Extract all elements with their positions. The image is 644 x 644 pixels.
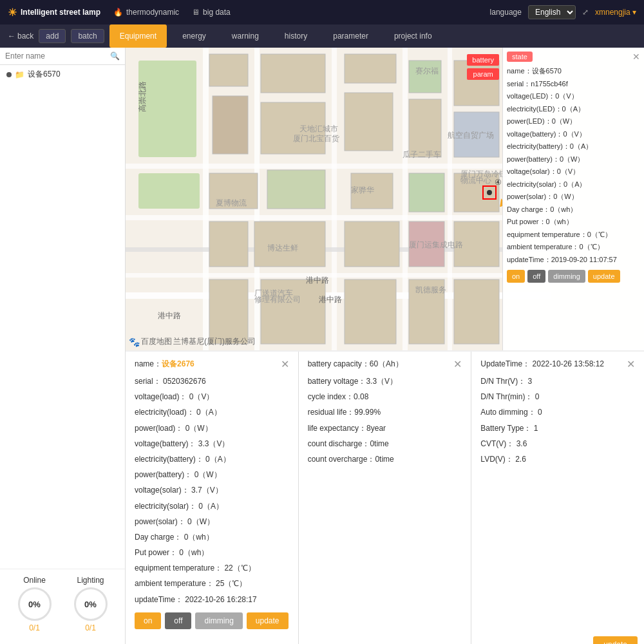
svg-text:港中路: 港中路 [158,311,181,320]
p1-put-power: Put power： 0（wh） [135,547,289,559]
bottom-panels: name：设备2676 ✕ serial： 0520362676 voltage… [126,350,644,644]
svg-point-63 [487,190,492,195]
p1-power-load: power(load)： 0（W） [135,422,289,435]
p1-on-button[interactable]: on [135,612,161,629]
state-update-button[interactable]: update [588,270,620,283]
p1-voltage-solar: voltage(solar)： 3.7（V） [135,484,289,497]
p1-electricity-battery: electricity(battery)： 0（A） [135,453,289,466]
state-button[interactable]: state [507,52,533,62]
p2-life-expectancy: life expectancy：8year [308,422,462,435]
svg-rect-14 [213,96,248,154]
state-serial: serial：n1755cb46f [507,79,640,90]
stats-row: Online 0% 0/1 Lighting 0% 0/1 [6,576,118,632]
state-on-button[interactable]: on [507,270,525,283]
baidu-icon: 🐾 [129,337,140,347]
back-button[interactable]: ← back [8,32,33,41]
panel1-buttons: on off dimming update [135,612,289,629]
state-dimming-button[interactable]: dimming [548,270,585,283]
svg-rect-3 [203,48,209,350]
svg-rect-12 [261,54,325,93]
tab-warning[interactable]: warning [222,24,269,48]
provider-text: 兰博基尼(厦门)服务公司 [173,336,256,347]
state-voltage-led: voltage(LED)：0（V） [507,91,640,102]
state-panel-buttons: on off dimming update [507,270,640,283]
svg-text:高崇北路: 高崇北路 [138,81,147,112]
state-off-button[interactable]: off [527,270,545,283]
tab-equipment[interactable]: Equipment [109,24,167,48]
p1-serial: serial： 0520362676 [135,375,289,388]
expand-icon[interactable]: ⤢ [582,8,589,17]
panel1-top: name：设备2676 ✕ [135,358,289,370]
thermodynamic-nav[interactable]: 🔥 thermodynamic [113,8,179,17]
p2-battery-voltage: battery voltage：3.3（V） [308,375,462,388]
svg-rect-17 [345,93,393,151]
search-icon[interactable]: 🔍 [110,52,120,61]
svg-text:物流中心: 物流中心 [460,176,491,185]
p3-update-button[interactable]: update [593,636,638,644]
p1-voltage-load: voltage(load)： 0（V） [135,391,289,403]
bigdata-nav[interactable]: 🖥 big data [192,8,231,17]
panel3-close[interactable]: ✕ [627,358,635,370]
p1-off-button[interactable]: off [165,612,191,629]
panel1-name-label: name： [135,359,162,368]
tab-parameter[interactable]: parameter [323,24,379,48]
svg-rect-8 [126,164,551,169]
battery-tag-button[interactable]: battery [467,54,499,66]
state-voltage-solar: voltage(solar)：0（V） [507,166,640,177]
svg-rect-24 [209,222,248,267]
user-menu[interactable]: xmnengjia ▾ [595,8,636,17]
tree-item-device[interactable]: 📁 设备6570 [0,65,125,84]
svg-rect-35 [454,279,499,344]
panel2-close[interactable]: ✕ [453,358,462,370]
top-nav-right: language English ⤢ xmnengjia ▾ [490,5,636,19]
svg-rect-13 [345,54,396,83]
p1-dimming-button[interactable]: dimming [195,612,242,629]
lighting-count: 0/1 [74,623,108,632]
p1-update-time: updateTime： 2022-10-26 16:28:17 [135,594,289,606]
batch-button[interactable]: batch [71,29,104,43]
p1-update-button[interactable]: update [247,612,289,629]
search-input[interactable] [5,52,108,61]
brand-name: Intelligent street lamp [21,8,100,17]
svg-text:凯德服务: 凯德服务 [415,285,446,294]
panel2-top: battery capacity：60（Ah） ✕ [308,358,462,370]
svg-text:航空自贸广场: 航空自贸广场 [448,131,494,140]
language-label: language [490,8,522,17]
device-info-panel: name：设备2676 ✕ serial： 0520362676 voltage… [126,352,299,644]
p3-dn-thr-min: D/N Thr(min)： 0 [480,391,635,403]
add-button[interactable]: add [39,29,66,43]
svg-text:修理有限公司: 修理有限公司 [254,295,301,304]
p3-auto-dimming: Auto dimming： 0 [480,406,635,419]
thermodynamic-label: thermodynamic [126,8,179,17]
state-panel-close[interactable]: ✕ [632,52,640,62]
p1-power-battery: power(battery)： 0（W） [135,469,289,481]
language-select[interactable]: English [528,5,576,19]
tab-energy[interactable]: energy [172,24,216,48]
svg-rect-18 [409,61,441,93]
map-background[interactable]: 港中路 港中路 港中路 高崇北路 航空自贸广场 家骅华 天地汇城市 厦门北宝百货… [126,48,644,350]
state-power-solar: power(solar)：0（W） [507,191,640,202]
panel1-close[interactable]: ✕ [281,358,289,370]
flame-icon: 🔥 [113,8,123,17]
svg-text:赛尔福: 赛尔福 [415,66,439,75]
state-day-charge: Day charge：0（wh） [507,204,640,215]
panel3-title: UpdateTime： 2022-10-26 13:58:12 [480,359,604,370]
sidebar: 🔍 📁 设备6570 Online 0% 0/1 Lighting 0% [0,48,126,644]
tab-project-info[interactable]: project info [384,24,442,48]
p2-count-overcharge: count overcharge：0time [308,453,462,466]
back-label: back [17,32,33,41]
state-ambient-temp: ambient temperature：0（℃） [507,242,640,252]
online-count: 0/1 [18,623,52,632]
second-nav: ← back add batch Equipment energy warnin… [0,24,644,48]
arrow-left-icon: ← [8,32,15,41]
state-update-time: updateTime：2019-09-20 11:07:57 [507,254,640,265]
state-voltage-battery: voltage(battery)：0（V） [507,129,640,140]
state-equip-temp: equipment temperature：0（℃） [507,229,640,240]
svg-rect-6 [402,48,408,350]
tree-dot-icon [6,72,12,77]
p3-battery-type: Battery Type： 1 [480,422,635,435]
monitor-icon: 🖥 [192,8,200,17]
tab-history[interactable]: history [274,24,317,48]
svg-rect-33 [345,279,396,344]
param-tag-button[interactable]: param [467,68,499,80]
